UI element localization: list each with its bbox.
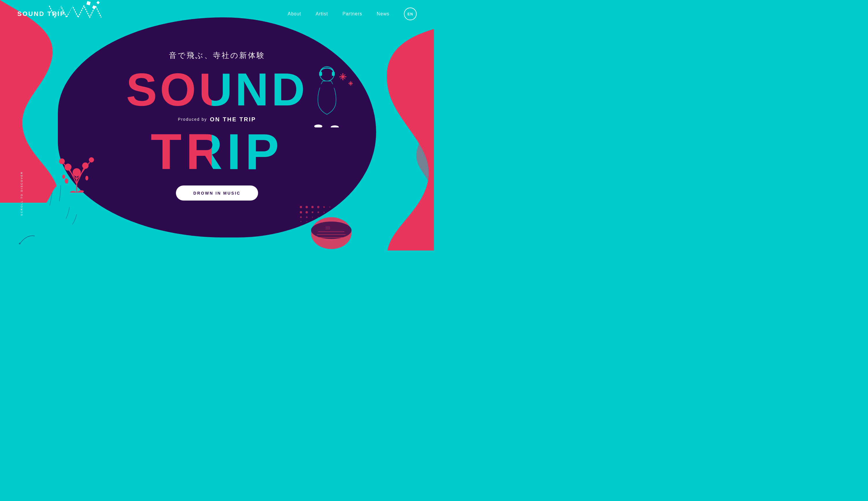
produced-by-label: Produced by <box>178 117 207 121</box>
svg-point-35 <box>329 206 330 207</box>
svg-point-40 <box>323 212 325 213</box>
scroll-text: SCROLL TO DISCOVER <box>20 171 23 216</box>
svg-point-45 <box>300 221 301 222</box>
svg-point-46 <box>306 221 307 222</box>
nav-item-news[interactable]: News <box>377 11 389 17</box>
svg-point-37 <box>306 211 308 213</box>
lang-button-item[interactable]: EN <box>404 8 417 20</box>
hand-decoration <box>17 164 98 250</box>
page-wrapper: SOUND TRIP About Artist Partners News EN… <box>0 0 434 250</box>
nav-link-about[interactable]: About <box>288 11 301 16</box>
svg-point-41 <box>300 216 302 218</box>
nav-link-artist[interactable]: Artist <box>316 11 328 16</box>
nav-item-about[interactable]: About <box>288 11 301 17</box>
svg-point-47 <box>300 225 301 226</box>
svg-point-10 <box>59 158 65 164</box>
nav-link-partners[interactable]: Partners <box>343 11 362 16</box>
svg-point-39 <box>317 211 319 213</box>
svg-point-38 <box>311 211 314 213</box>
drum-decoration: )))) <box>310 216 353 250</box>
svg-text:)))): )))) <box>326 226 330 230</box>
logo[interactable]: SOUND TRIP <box>17 10 65 18</box>
svg-point-36 <box>300 211 302 213</box>
svg-rect-19 <box>332 72 335 76</box>
cta-button[interactable]: DROWN IN MUSIC <box>176 185 258 200</box>
nav-link-news[interactable]: News <box>377 11 389 16</box>
svg-point-31 <box>306 206 308 208</box>
person-decoration <box>304 64 344 127</box>
svg-point-42 <box>306 216 308 218</box>
trip-word: TRIP <box>87 126 347 177</box>
svg-rect-18 <box>319 72 322 76</box>
svg-point-32 <box>311 206 314 208</box>
star-decoration <box>339 72 356 90</box>
svg-point-21 <box>331 125 339 127</box>
svg-point-30 <box>300 206 302 208</box>
svg-point-16 <box>19 243 21 244</box>
on-the-trip-brand: ON THE TRIP <box>210 116 256 122</box>
nav-item-partners[interactable]: Partners <box>343 11 362 17</box>
svg-point-34 <box>323 206 325 208</box>
nav-links: About Artist Partners News EN <box>288 8 417 20</box>
svg-point-33 <box>317 206 319 208</box>
navigation: SOUND TRIP About Artist Partners News EN <box>0 0 434 28</box>
svg-point-49 <box>311 222 352 239</box>
subtitle-japanese: 音で飛ぶ、寺社の新体験 <box>87 50 347 60</box>
lang-button[interactable]: EN <box>404 8 417 20</box>
nav-item-artist[interactable]: Artist <box>316 11 328 17</box>
